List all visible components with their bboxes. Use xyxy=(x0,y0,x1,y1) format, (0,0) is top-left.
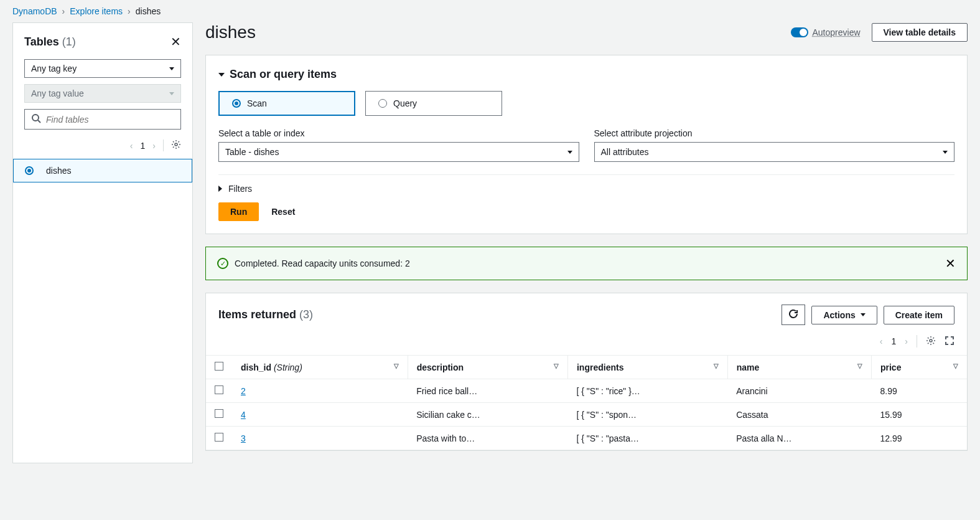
column-header-price[interactable]: price▽ xyxy=(871,356,967,379)
cell-description: Fried rice ball… xyxy=(408,379,567,403)
settings-button[interactable] xyxy=(926,336,936,347)
autopreview-label[interactable]: Autopreview xyxy=(812,27,860,37)
sort-icon: ▽ xyxy=(953,362,958,369)
refresh-button[interactable] xyxy=(782,305,805,325)
reset-button[interactable]: Reset xyxy=(265,203,301,220)
row-checkbox[interactable] xyxy=(215,385,223,394)
cell-name: Cassata xyxy=(727,403,871,427)
tag-key-select[interactable]: Any tag key xyxy=(24,59,181,78)
scan-query-header[interactable]: Scan or query items xyxy=(218,68,954,81)
prev-page-button[interactable]: ‹ xyxy=(130,141,133,151)
chevron-down-icon xyxy=(169,67,174,70)
tag-value-select: Any tag value xyxy=(24,84,181,103)
dish-id-link[interactable]: 2 xyxy=(241,386,246,396)
next-page-button[interactable]: › xyxy=(905,336,908,346)
svg-line-1 xyxy=(38,120,40,123)
next-page-button[interactable]: › xyxy=(152,141,156,151)
column-header-description[interactable]: description▽ xyxy=(408,356,567,379)
tables-sidebar: Tables (1) ✕ Any tag key Any tag value ‹… xyxy=(12,22,193,463)
cell-name: Arancini xyxy=(727,379,871,403)
table-row: 4 Sicilian cake c… [ { "S" : "spon… Cass… xyxy=(206,403,967,427)
breadcrumb-current: dishes xyxy=(136,6,161,16)
svg-point-3 xyxy=(930,339,932,342)
svg-point-0 xyxy=(32,115,39,121)
gear-icon xyxy=(171,139,181,149)
cell-ingredients: [ { "S" : "spon… xyxy=(567,403,727,427)
chevron-down-icon xyxy=(861,313,866,316)
gear-icon xyxy=(926,336,936,346)
table-select[interactable]: Table - dishes xyxy=(218,142,579,162)
page-number: 1 xyxy=(892,336,897,346)
query-radio[interactable]: Query xyxy=(365,91,502,116)
cell-description: Pasta with to… xyxy=(408,427,567,450)
find-tables-input[interactable] xyxy=(46,115,174,125)
alert-message: Completed. Read capacity units consumed:… xyxy=(235,258,410,268)
results-table: dish_id (String)▽ description▽ ingredien… xyxy=(206,355,967,450)
projection-select[interactable]: All attributes xyxy=(594,142,955,162)
radio-empty-icon xyxy=(378,99,387,108)
items-title: Items returned (3) xyxy=(218,308,313,321)
main-content: dishes Autopreview View table details Sc… xyxy=(205,22,968,463)
radio-checked-icon xyxy=(232,99,241,108)
breadcrumb-section[interactable]: Explore items xyxy=(70,6,123,16)
table-row: 2 Fried rice ball… [ { "S" : "rice" }… A… xyxy=(206,379,967,403)
sort-icon: ▽ xyxy=(857,362,862,369)
chevron-right-icon: › xyxy=(62,6,65,16)
column-header-dish_id[interactable]: dish_id (String)▽ xyxy=(232,356,408,379)
check-circle-icon: ✓ xyxy=(217,258,228,269)
settings-button[interactable] xyxy=(163,139,181,151)
cell-price: 15.99 xyxy=(871,403,967,427)
svg-point-2 xyxy=(175,143,177,146)
search-icon xyxy=(31,113,41,125)
caret-right-icon xyxy=(218,186,222,192)
sort-icon: ▽ xyxy=(394,362,399,369)
dish-id-link[interactable]: 3 xyxy=(241,433,246,443)
page-title: dishes xyxy=(205,22,256,42)
page-number: 1 xyxy=(141,141,146,151)
breadcrumb: DynamoDB › Explore items › dishes xyxy=(0,0,980,22)
row-checkbox[interactable] xyxy=(215,433,223,442)
autopreview-toggle[interactable] xyxy=(791,27,808,37)
close-sidebar-button[interactable]: ✕ xyxy=(170,34,181,49)
select-all-checkbox[interactable] xyxy=(215,362,223,371)
chevron-down-icon xyxy=(169,92,174,95)
scan-radio[interactable]: Scan xyxy=(218,91,355,116)
cell-ingredients: [ { "S" : "pasta… xyxy=(567,427,727,450)
chevron-down-icon xyxy=(943,151,948,154)
table-item-label: dishes xyxy=(46,166,71,176)
cell-price: 12.99 xyxy=(871,427,967,450)
table-row: 3 Pasta with to… [ { "S" : "pasta… Pasta… xyxy=(206,427,967,450)
table-select-label: Select a table or index xyxy=(218,128,579,138)
column-header-ingredients[interactable]: ingredients▽ xyxy=(567,356,727,379)
sort-icon: ▽ xyxy=(554,362,559,369)
chevron-right-icon: › xyxy=(128,6,131,16)
expand-icon xyxy=(945,336,954,346)
cell-description: Sicilian cake c… xyxy=(408,403,567,427)
fullscreen-button[interactable] xyxy=(945,336,954,347)
success-alert: ✓ Completed. Read capacity units consume… xyxy=(205,247,968,280)
sort-icon: ▽ xyxy=(714,362,719,369)
radio-checked-icon xyxy=(25,166,34,175)
view-table-details-button[interactable]: View table details xyxy=(872,23,968,42)
sidebar-title: Tables (1) xyxy=(24,35,76,49)
dish-id-link[interactable]: 4 xyxy=(241,410,246,420)
create-item-button[interactable]: Create item xyxy=(884,306,954,324)
actions-button[interactable]: Actions xyxy=(811,306,877,324)
row-checkbox[interactable] xyxy=(215,409,223,418)
alert-close-button[interactable]: ✕ xyxy=(945,256,956,271)
caret-down-icon xyxy=(218,73,225,77)
cell-price: 8.99 xyxy=(871,379,967,403)
table-item-dishes[interactable]: dishes xyxy=(13,159,192,182)
filters-toggle[interactable]: Filters xyxy=(218,174,954,202)
run-button[interactable]: Run xyxy=(218,202,259,221)
find-tables-search[interactable] xyxy=(24,109,181,130)
scan-query-panel: Scan or query items Scan Query Select a … xyxy=(205,55,968,234)
items-returned-panel: Items returned (3) Actions Create item ‹… xyxy=(205,293,968,451)
projection-select-label: Select attribute projection xyxy=(594,128,955,138)
column-header-name[interactable]: name▽ xyxy=(727,356,871,379)
refresh-icon xyxy=(788,309,798,319)
cell-name: Pasta alla N… xyxy=(727,427,871,450)
prev-page-button[interactable]: ‹ xyxy=(880,336,883,346)
chevron-down-icon xyxy=(567,151,572,154)
breadcrumb-service[interactable]: DynamoDB xyxy=(12,6,57,16)
